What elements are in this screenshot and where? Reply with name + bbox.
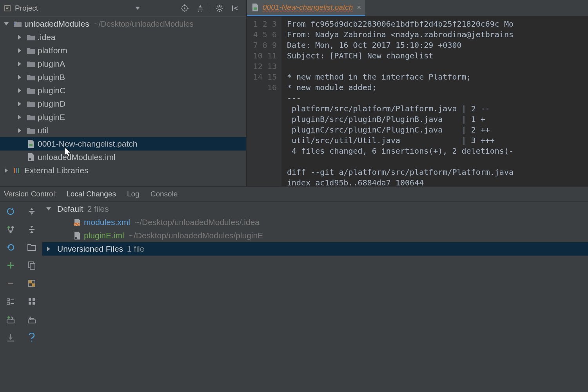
tree-item-unloadedModules-iml[interactable]: unloadedModules.iml	[0, 151, 246, 164]
folder-icon	[27, 113, 35, 122]
chevron-right-icon[interactable]	[16, 60, 24, 68]
tree-item-pluginB[interactable]: pluginB	[0, 71, 246, 84]
changelist-name: Default	[57, 204, 83, 214]
vc-toolbar	[0, 201, 42, 392]
copy-icon[interactable]	[21, 256, 42, 274]
help-icon[interactable]	[21, 328, 42, 347]
tree-item-label: util	[38, 126, 48, 135]
chevron-right-icon[interactable]	[16, 33, 24, 41]
hide-icon[interactable]	[230, 3, 241, 14]
remove-icon[interactable]	[0, 274, 21, 292]
branch-icon[interactable]	[0, 220, 21, 238]
iml-file-icon	[27, 153, 35, 162]
tab-local-changes[interactable]: Local Changes	[66, 190, 116, 198]
svg-point-5	[184, 7, 185, 9]
download-icon[interactable]	[0, 328, 21, 347]
patch-file-icon	[27, 140, 35, 148]
target-icon[interactable]	[179, 3, 190, 14]
root-path: ~/Desktop/unloadedModules	[94, 20, 194, 29]
svg-marker-80	[47, 247, 50, 251]
tree-item-pluginD[interactable]: pluginD	[0, 97, 246, 111]
svg-line-20	[221, 10, 222, 11]
chevron-right-icon[interactable]	[16, 113, 24, 121]
tab-console[interactable]: Console	[151, 190, 178, 198]
editor-body[interactable]: 1 2 3 4 5 6 7 8 9 10 11 12 13 14 15 16 F…	[247, 16, 588, 186]
chevron-right-icon[interactable]	[16, 47, 24, 54]
svg-marker-36	[5, 168, 8, 173]
editor-code[interactable]: From fc965d9dcb2283006e1bdfbf2d4b25f2182…	[281, 16, 588, 186]
tree-item-util[interactable]: util	[0, 124, 246, 137]
chevron-right-icon[interactable]	[16, 127, 24, 134]
svg-rect-2	[6, 8, 8, 9]
chevron-right-icon[interactable]	[45, 245, 53, 253]
svg-rect-59	[32, 283, 35, 287]
folder-icon	[27, 33, 35, 42]
chevron-down-icon[interactable]	[2, 20, 10, 28]
svg-point-75	[31, 340, 32, 341]
unversioned-group[interactable]: Unversioned Files 1 file	[42, 242, 588, 256]
tree-item-label: pluginD	[38, 99, 65, 109]
shelve-out-icon[interactable]	[0, 310, 21, 328]
changes-tree[interactable]: Default 2 files </>modules.xml~/Desktop/…	[42, 201, 588, 392]
chevron-right-icon[interactable]	[16, 100, 24, 108]
svg-point-69	[7, 316, 10, 319]
svg-marker-28	[18, 62, 21, 66]
expand-collapse-icon[interactable]	[21, 202, 42, 220]
changed-file-pluginE-iml[interactable]: pluginE.iml~/Desktop/unloadedModules/plu…	[42, 229, 588, 242]
svg-marker-3	[135, 7, 140, 10]
library-icon	[13, 166, 22, 175]
folder-icon	[27, 126, 35, 135]
editor-tab-bar: 0001-New-changelist.patch ✕	[247, 0, 588, 16]
tree-item-0001-New-changelist-patch[interactable]: 0001-New-changelist.patch	[0, 137, 246, 151]
changelist-count: 2 files	[87, 204, 109, 214]
svg-rect-25	[14, 23, 15, 24]
tree-item-label: pluginE	[38, 113, 65, 122]
project-tree[interactable]: unloadedModules ~/Desktop/unloadedModule…	[0, 16, 246, 186]
add-icon[interactable]	[0, 256, 21, 274]
svg-point-45	[7, 226, 10, 229]
svg-point-46	[11, 226, 14, 229]
tree-item-pluginA[interactable]: pluginA	[0, 57, 246, 71]
chevron-down-icon[interactable]	[45, 205, 53, 213]
external-libraries[interactable]: External Libraries	[0, 164, 246, 177]
chevron-right-icon[interactable]	[2, 167, 10, 174]
collapse-expand-icon[interactable]	[21, 220, 42, 238]
tree-item-label: 0001-New-changelist.patch	[38, 139, 137, 149]
tree-item-pluginE[interactable]: pluginE	[0, 111, 246, 124]
autoscroll-icon[interactable]	[195, 3, 206, 14]
tree-item-platform[interactable]: platform	[0, 44, 246, 57]
patch-file-icon	[251, 3, 260, 12]
project-header-title[interactable]: Project	[15, 4, 38, 13]
shelve-in-icon[interactable]	[21, 310, 42, 328]
folder-icon[interactable]	[21, 238, 42, 256]
xml-file-icon: </>	[73, 218, 82, 227]
checklist-icon[interactable]	[0, 292, 21, 310]
svg-text:</>: </>	[74, 223, 80, 226]
diff-icon[interactable]	[21, 274, 42, 292]
changelist-default[interactable]: Default 2 files	[42, 202, 588, 216]
dropdown-arrow-icon[interactable]	[132, 3, 143, 14]
folder-icon	[27, 86, 35, 95]
chevron-right-icon[interactable]	[16, 87, 24, 94]
tree-item-pluginC[interactable]: pluginC	[0, 84, 246, 97]
unversioned-count: 1 file	[127, 244, 144, 254]
svg-rect-70	[28, 320, 35, 323]
tree-root[interactable]: unloadedModules ~/Desktop/unloadedModule…	[0, 17, 246, 31]
project-panel: Project	[0, 0, 247, 186]
gear-icon[interactable]	[214, 3, 225, 14]
svg-point-14	[218, 7, 221, 10]
undo-icon[interactable]	[0, 238, 21, 256]
close-icon[interactable]: ✕	[357, 4, 361, 11]
editor-gutter: 1 2 3 4 5 6 7 8 9 10 11 12 13 14 15 16	[247, 16, 281, 186]
tree-item-label: pluginC	[38, 86, 65, 95]
svg-marker-27	[18, 48, 21, 53]
changed-file-modules-xml[interactable]: </>modules.xml~/Desktop/unloadedModules/…	[42, 216, 588, 229]
refresh-icon[interactable]	[0, 202, 21, 220]
tree-item--idea[interactable]: .idea	[0, 31, 246, 44]
group-by-icon[interactable]	[21, 292, 42, 310]
svg-marker-11	[199, 5, 202, 7]
chevron-right-icon[interactable]	[16, 73, 24, 81]
editor-tab[interactable]: 0001-New-changelist.patch ✕	[247, 0, 365, 16]
tree-item-label: unloadedModules.iml	[38, 152, 115, 162]
tab-log[interactable]: Log	[127, 190, 140, 198]
